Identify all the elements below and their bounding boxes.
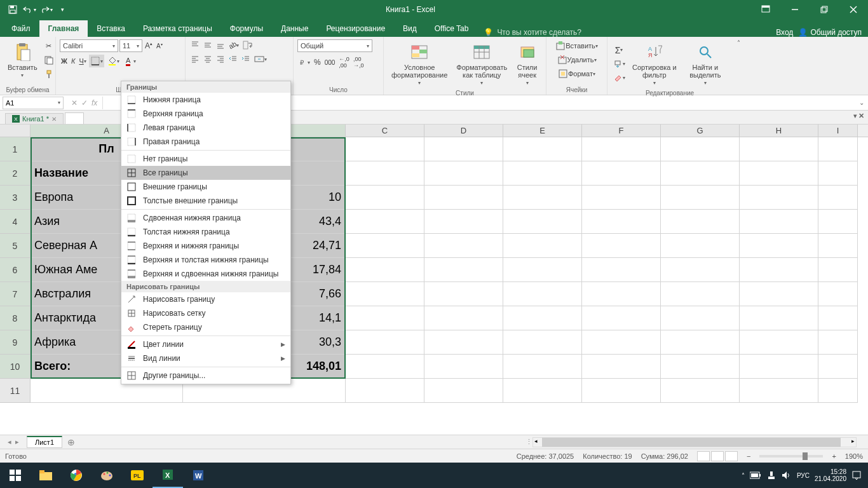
borders-menu-item[interactable]: Нарисовать сетку: [121, 306, 290, 320]
qat-customize-button[interactable]: ▾: [55, 2, 70, 17]
tray-notifications-icon[interactable]: [851, 470, 862, 480]
start-button[interactable]: [0, 463, 31, 488]
row-header[interactable]: 9: [0, 330, 31, 355]
tab-insert[interactable]: Вставка: [88, 20, 134, 37]
row-header[interactable]: 4: [0, 210, 31, 234]
fill-button[interactable]: ▾: [611, 58, 627, 71]
cell[interactable]: [661, 210, 740, 234]
borders-menu-item[interactable]: Нижняя граница: [121, 93, 290, 107]
cell[interactable]: [424, 258, 503, 282]
borders-menu-item[interactable]: Другие границы...: [121, 369, 290, 383]
chrome-taskbar[interactable]: [61, 463, 92, 488]
cell[interactable]: [424, 330, 503, 355]
cell[interactable]: [346, 186, 424, 210]
cell[interactable]: [740, 330, 818, 355]
insert-cells-button[interactable]: Вставить▾: [550, 39, 603, 52]
cell[interactable]: [740, 355, 818, 379]
cell[interactable]: [582, 330, 661, 355]
cell[interactable]: [661, 258, 740, 282]
enter-formula-button[interactable]: ✓: [81, 98, 88, 107]
sheet-tab[interactable]: Лист1: [27, 436, 62, 448]
delete-cells-button[interactable]: Удалить▾: [550, 53, 603, 66]
cell[interactable]: [582, 379, 661, 403]
cell[interactable]: [818, 355, 858, 379]
excel-taskbar[interactable]: X: [153, 463, 183, 488]
tab-page-layout[interactable]: Разметка страницы: [134, 20, 221, 37]
row-header[interactable]: 7: [0, 282, 31, 306]
cell[interactable]: [740, 137, 818, 161]
select-all-corner[interactable]: [0, 125, 31, 137]
conditional-formatting-button[interactable]: Условное форматирование▾: [388, 39, 451, 88]
cell[interactable]: [346, 282, 424, 306]
font-name-combo[interactable]: Calibri▾: [60, 39, 118, 52]
underline-button[interactable]: Ч▾: [78, 56, 87, 66]
undo-button[interactable]: ▾: [22, 2, 37, 17]
borders-menu-item[interactable]: Вид линии▶: [121, 351, 290, 365]
cell[interactable]: [582, 355, 661, 379]
decrease-indent-button[interactable]: [227, 53, 239, 65]
italic-button[interactable]: К: [70, 56, 76, 66]
doc-tab-close-all[interactable]: ✕: [858, 112, 864, 120]
paint-taskbar[interactable]: [92, 463, 122, 488]
new-document-tab[interactable]: [65, 112, 84, 124]
normal-view-button[interactable]: [697, 451, 710, 461]
align-top-button[interactable]: [189, 39, 201, 51]
cell[interactable]: [346, 355, 424, 379]
tab-formulas[interactable]: Формулы: [221, 20, 272, 37]
paste-button[interactable]: Вставить ▾: [4, 39, 41, 81]
cut-button[interactable]: ✂: [43, 40, 55, 53]
cell[interactable]: [661, 186, 740, 210]
zoom-level[interactable]: 190%: [845, 452, 863, 460]
cell[interactable]: [740, 186, 818, 210]
column-header[interactable]: H: [740, 125, 818, 137]
cell[interactable]: [346, 137, 424, 161]
tray-network-icon[interactable]: [766, 471, 776, 479]
borders-menu-item[interactable]: Внешние границы: [121, 180, 290, 194]
cell-styles-button[interactable]: Стили ячеек▾: [512, 39, 542, 88]
borders-menu-item[interactable]: Нет границы: [121, 152, 290, 166]
zoom-slider[interactable]: [759, 455, 823, 458]
tab-review[interactable]: Рецензирование: [317, 20, 394, 37]
cell[interactable]: [582, 234, 661, 258]
cell[interactable]: [582, 282, 661, 306]
cell[interactable]: [503, 161, 582, 186]
tab-view[interactable]: Вид: [394, 20, 426, 37]
minimize-button[interactable]: [780, 0, 810, 19]
sign-in-link[interactable]: Вход: [776, 28, 793, 37]
borders-menu-item[interactable]: Толстая нижняя граница: [121, 225, 290, 239]
row-header[interactable]: 6: [0, 258, 31, 282]
increase-font-button[interactable]: A▴: [144, 40, 154, 51]
borders-menu-item[interactable]: Верхняя и сдвоенная нижняя границы: [121, 267, 290, 281]
cell[interactable]: [818, 379, 858, 403]
row-header[interactable]: 11: [0, 379, 31, 403]
comma-style-button[interactable]: 000: [323, 58, 337, 67]
sheet-split[interactable]: ⋮: [525, 438, 532, 446]
increase-indent-button[interactable]: [240, 53, 252, 65]
row-header[interactable]: 8: [0, 306, 31, 330]
cell[interactable]: [661, 355, 740, 379]
cell[interactable]: [503, 306, 582, 330]
tab-file[interactable]: Файл: [3, 20, 39, 37]
format-cells-button[interactable]: Формат▾: [550, 67, 603, 80]
tray-volume-icon[interactable]: [782, 471, 792, 480]
doc-tab-dropdown[interactable]: ▾: [853, 112, 857, 120]
borders-menu-item[interactable]: Нарисовать границу: [121, 292, 290, 306]
cell[interactable]: [503, 282, 582, 306]
cell[interactable]: [424, 234, 503, 258]
borders-menu-item[interactable]: Верхняя и толстая нижняя границы: [121, 253, 290, 267]
wrap-text-button[interactable]: [241, 39, 254, 51]
bold-button[interactable]: Ж: [60, 56, 69, 66]
cell[interactable]: [346, 234, 424, 258]
cell[interactable]: [503, 258, 582, 282]
accounting-format-button[interactable]: ₽▾: [297, 57, 311, 68]
ribbon-options-button[interactable]: [751, 0, 780, 19]
redo-button[interactable]: ▾: [38, 2, 53, 17]
cell[interactable]: [346, 306, 424, 330]
find-select-button[interactable]: Найти и выделить▾: [682, 39, 728, 88]
cell[interactable]: [346, 258, 424, 282]
cell[interactable]: [424, 306, 503, 330]
align-middle-button[interactable]: [202, 39, 214, 51]
cell[interactable]: [503, 137, 582, 161]
cancel-formula-button[interactable]: ✕: [71, 98, 78, 107]
cell[interactable]: [740, 258, 818, 282]
